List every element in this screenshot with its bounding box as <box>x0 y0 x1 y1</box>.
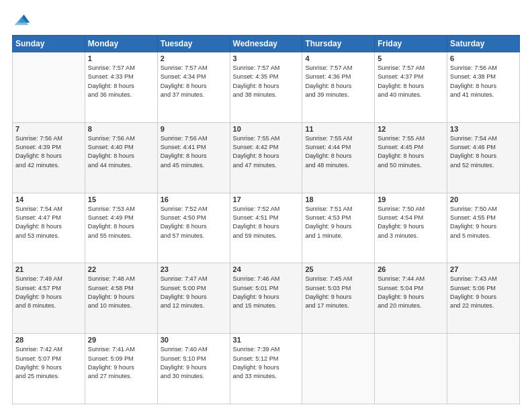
day-info: Sunrise: 7:40 AMSunset: 5:10 PMDaylight:… <box>161 345 227 381</box>
calendar-day-header: Sunday <box>13 36 85 52</box>
day-info: Sunrise: 7:51 AMSunset: 4:53 PMDaylight:… <box>305 205 371 240</box>
calendar-cell: 8Sunrise: 7:56 AMSunset: 4:40 PMDaylight… <box>85 122 157 193</box>
day-number: 11 <box>305 125 371 133</box>
day-number: 29 <box>88 336 154 344</box>
day-info: Sunrise: 7:45 AMSunset: 5:03 PMDaylight:… <box>305 275 371 310</box>
calendar-table: SundayMondayTuesdayWednesdayThursdayFrid… <box>12 35 520 404</box>
day-number: 16 <box>161 195 227 203</box>
day-number: 18 <box>305 195 371 203</box>
calendar-cell: 14Sunrise: 7:54 AMSunset: 4:47 PMDayligh… <box>13 193 85 263</box>
calendar-cell: 2Sunrise: 7:57 AMSunset: 4:34 PMDaylight… <box>157 52 230 123</box>
calendar-cell: 31Sunrise: 7:39 AMSunset: 5:12 PMDayligh… <box>230 334 302 404</box>
logo-icon <box>12 12 31 31</box>
calendar-cell: 12Sunrise: 7:55 AMSunset: 4:45 PMDayligh… <box>375 122 447 193</box>
day-info: Sunrise: 7:57 AMSunset: 4:33 PMDaylight:… <box>88 64 154 99</box>
day-info: Sunrise: 7:54 AMSunset: 4:47 PMDaylight:… <box>15 205 82 240</box>
day-info: Sunrise: 7:57 AMSunset: 4:34 PMDaylight:… <box>161 64 227 99</box>
day-number: 30 <box>161 336 227 344</box>
day-info: Sunrise: 7:52 AMSunset: 4:51 PMDaylight:… <box>233 205 300 240</box>
day-info: Sunrise: 7:49 AMSunset: 4:57 PMDaylight:… <box>15 275 82 310</box>
calendar-cell <box>447 334 520 404</box>
day-info: Sunrise: 7:56 AMSunset: 4:39 PMDaylight:… <box>15 134 82 170</box>
day-info: Sunrise: 7:53 AMSunset: 4:49 PMDaylight:… <box>88 205 154 240</box>
day-number: 25 <box>305 265 371 273</box>
day-number: 4 <box>305 54 371 62</box>
day-number: 6 <box>450 54 517 62</box>
calendar-cell: 27Sunrise: 7:43 AMSunset: 5:06 PMDayligh… <box>447 263 520 334</box>
calendar-cell: 22Sunrise: 7:48 AMSunset: 4:58 PMDayligh… <box>85 263 157 334</box>
calendar-cell: 17Sunrise: 7:52 AMSunset: 4:51 PMDayligh… <box>230 193 302 263</box>
day-info: Sunrise: 7:56 AMSunset: 4:38 PMDaylight:… <box>450 64 517 99</box>
page: SundayMondayTuesdayWednesdayThursdayFrid… <box>0 0 532 411</box>
calendar-cell: 21Sunrise: 7:49 AMSunset: 4:57 PMDayligh… <box>13 263 85 334</box>
calendar-cell: 25Sunrise: 7:45 AMSunset: 5:03 PMDayligh… <box>302 263 375 334</box>
calendar-week-row: 21Sunrise: 7:49 AMSunset: 4:57 PMDayligh… <box>13 263 520 334</box>
calendar-cell: 30Sunrise: 7:40 AMSunset: 5:10 PMDayligh… <box>157 334 230 404</box>
calendar-week-row: 28Sunrise: 7:42 AMSunset: 5:07 PMDayligh… <box>13 334 520 404</box>
day-number: 17 <box>233 195 300 203</box>
day-info: Sunrise: 7:39 AMSunset: 5:12 PMDaylight:… <box>233 345 300 381</box>
day-info: Sunrise: 7:48 AMSunset: 4:58 PMDaylight:… <box>88 275 154 310</box>
calendar-day-header: Friday <box>375 36 447 52</box>
calendar-cell: 19Sunrise: 7:50 AMSunset: 4:54 PMDayligh… <box>375 193 447 263</box>
day-number: 19 <box>378 195 444 203</box>
calendar-week-row: 1Sunrise: 7:57 AMSunset: 4:33 PMDaylight… <box>13 52 520 123</box>
day-number: 24 <box>233 265 300 273</box>
day-info: Sunrise: 7:54 AMSunset: 4:46 PMDaylight:… <box>450 134 517 170</box>
day-number: 27 <box>450 265 517 273</box>
day-number: 3 <box>233 54 300 62</box>
day-info: Sunrise: 7:56 AMSunset: 4:40 PMDaylight:… <box>88 134 154 170</box>
day-number: 14 <box>15 195 82 203</box>
calendar-cell <box>302 334 375 404</box>
day-info: Sunrise: 7:47 AMSunset: 5:00 PMDaylight:… <box>161 275 227 310</box>
calendar-day-header: Wednesday <box>230 36 302 52</box>
calendar-cell: 4Sunrise: 7:57 AMSunset: 4:36 PMDaylight… <box>302 52 375 123</box>
day-info: Sunrise: 7:43 AMSunset: 5:06 PMDaylight:… <box>450 275 517 310</box>
day-number: 10 <box>233 125 300 133</box>
calendar-cell: 18Sunrise: 7:51 AMSunset: 4:53 PMDayligh… <box>302 193 375 263</box>
day-info: Sunrise: 7:57 AMSunset: 4:36 PMDaylight:… <box>305 64 371 99</box>
day-info: Sunrise: 7:55 AMSunset: 4:42 PMDaylight:… <box>233 134 300 170</box>
day-number: 2 <box>161 54 227 62</box>
day-info: Sunrise: 7:55 AMSunset: 4:45 PMDaylight:… <box>378 134 444 170</box>
calendar-cell: 20Sunrise: 7:50 AMSunset: 4:55 PMDayligh… <box>447 193 520 263</box>
calendar-cell: 26Sunrise: 7:44 AMSunset: 5:04 PMDayligh… <box>375 263 447 334</box>
day-number: 7 <box>15 125 82 133</box>
calendar-cell: 15Sunrise: 7:53 AMSunset: 4:49 PMDayligh… <box>85 193 157 263</box>
calendar-cell: 3Sunrise: 7:57 AMSunset: 4:35 PMDaylight… <box>230 52 302 123</box>
day-info: Sunrise: 7:57 AMSunset: 4:35 PMDaylight:… <box>233 64 300 99</box>
day-number: 20 <box>450 195 517 203</box>
day-info: Sunrise: 7:46 AMSunset: 5:01 PMDaylight:… <box>233 275 300 310</box>
calendar-day-header: Saturday <box>447 36 520 52</box>
day-info: Sunrise: 7:44 AMSunset: 5:04 PMDaylight:… <box>378 275 444 310</box>
day-number: 15 <box>88 195 154 203</box>
day-info: Sunrise: 7:50 AMSunset: 4:55 PMDaylight:… <box>450 205 517 240</box>
calendar-cell <box>375 334 447 404</box>
day-info: Sunrise: 7:42 AMSunset: 5:07 PMDaylight:… <box>15 345 82 381</box>
calendar-cell: 23Sunrise: 7:47 AMSunset: 5:00 PMDayligh… <box>157 263 230 334</box>
day-info: Sunrise: 7:57 AMSunset: 4:37 PMDaylight:… <box>378 64 444 99</box>
day-info: Sunrise: 7:50 AMSunset: 4:54 PMDaylight:… <box>378 205 444 240</box>
calendar-cell: 7Sunrise: 7:56 AMSunset: 4:39 PMDaylight… <box>13 122 85 193</box>
day-number: 21 <box>15 265 82 273</box>
calendar-day-header: Monday <box>85 36 157 52</box>
day-number: 12 <box>378 125 444 133</box>
day-number: 26 <box>378 265 444 273</box>
day-info: Sunrise: 7:41 AMSunset: 5:09 PMDaylight:… <box>88 345 154 381</box>
calendar-cell: 16Sunrise: 7:52 AMSunset: 4:50 PMDayligh… <box>157 193 230 263</box>
calendar-cell: 9Sunrise: 7:56 AMSunset: 4:41 PMDaylight… <box>157 122 230 193</box>
calendar-cell: 6Sunrise: 7:56 AMSunset: 4:38 PMDaylight… <box>447 52 520 123</box>
calendar-day-header: Tuesday <box>157 36 230 52</box>
calendar-cell <box>13 52 85 123</box>
calendar-header-row: SundayMondayTuesdayWednesdayThursdayFrid… <box>13 36 520 52</box>
day-number: 13 <box>450 125 517 133</box>
day-info: Sunrise: 7:56 AMSunset: 4:41 PMDaylight:… <box>161 134 227 170</box>
calendar-cell: 28Sunrise: 7:42 AMSunset: 5:07 PMDayligh… <box>13 334 85 404</box>
day-number: 23 <box>161 265 227 273</box>
day-info: Sunrise: 7:55 AMSunset: 4:44 PMDaylight:… <box>305 134 371 170</box>
day-number: 31 <box>233 336 300 344</box>
calendar-cell: 13Sunrise: 7:54 AMSunset: 4:46 PMDayligh… <box>447 122 520 193</box>
day-number: 28 <box>15 336 82 344</box>
day-number: 1 <box>88 54 154 62</box>
calendar-cell: 11Sunrise: 7:55 AMSunset: 4:44 PMDayligh… <box>302 122 375 193</box>
